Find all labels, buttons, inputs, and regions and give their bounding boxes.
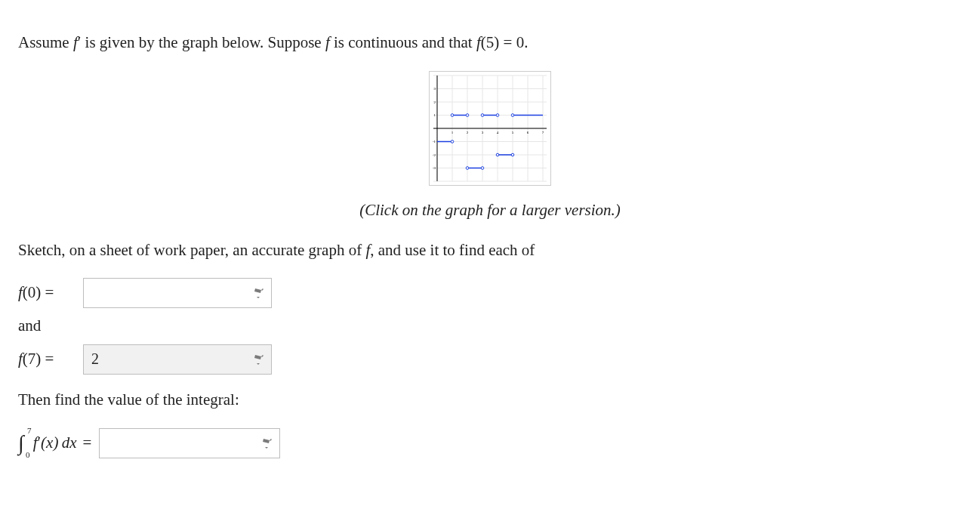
svg-text:-3: -3 xyxy=(433,166,436,170)
svg-point-43 xyxy=(481,166,484,169)
f0-input[interactable] xyxy=(83,278,272,308)
intro-paragraph: Assume f′ is given by the graph below. S… xyxy=(18,31,962,55)
svg-text:-1: -1 xyxy=(433,140,436,143)
svg-text:7: 7 xyxy=(542,131,544,134)
svg-point-44 xyxy=(481,113,484,116)
svg-point-47 xyxy=(511,153,514,156)
svg-text:6: 6 xyxy=(527,131,529,134)
svg-point-42 xyxy=(466,166,469,169)
f0-label: f(0) = xyxy=(18,281,77,305)
svg-point-41 xyxy=(466,113,469,116)
svg-point-46 xyxy=(496,153,499,156)
svg-text:3: 3 xyxy=(482,131,484,134)
f7-label: f(7) = xyxy=(18,347,77,372)
f7-input[interactable] xyxy=(83,344,272,375)
integral-equation-dropdown[interactable] xyxy=(260,436,276,451)
f7-equation-dropdown[interactable] xyxy=(252,352,267,367)
svg-text:2: 2 xyxy=(467,131,469,134)
svg-point-40 xyxy=(451,113,454,116)
svg-text:1: 1 xyxy=(451,131,454,134)
sketch-instruction: Sketch, on a sheet of work paper, an acc… xyxy=(18,239,962,263)
svg-point-45 xyxy=(496,113,499,116)
then-text: Then find the value of the integral: xyxy=(18,388,962,412)
integral-label: ∫70 f′(x) dx = xyxy=(18,427,91,459)
graph-thumbnail-link[interactable]: 1 2 3 4 5 6 7 1 2 3 -1 -2 -3 xyxy=(429,71,551,186)
integral-input[interactable] xyxy=(99,428,280,458)
svg-text:-2: -2 xyxy=(433,153,436,157)
svg-text:5: 5 xyxy=(512,131,514,134)
and-text: and xyxy=(18,314,962,338)
svg-text:4: 4 xyxy=(497,131,499,134)
f0-equation-dropdown[interactable] xyxy=(252,285,267,301)
svg-point-39 xyxy=(451,140,454,143)
derivative-graph: 1 2 3 4 5 6 7 1 2 3 -1 -2 -3 xyxy=(429,71,551,186)
graph-caption: (Click on the graph for a larger version… xyxy=(18,199,962,223)
svg-point-48 xyxy=(511,113,514,116)
